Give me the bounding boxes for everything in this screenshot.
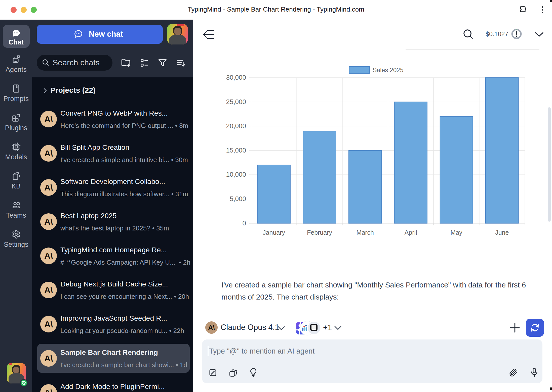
svg-text:February: February — [307, 229, 332, 236]
svg-text:April: April — [405, 229, 417, 236]
svg-text:Sales 2025: Sales 2025 — [373, 67, 404, 73]
svg-text:January: January — [263, 229, 285, 236]
svg-text:30,000: 30,000 — [226, 74, 246, 81]
svg-text:10,000: 10,000 — [226, 171, 246, 178]
svg-text:20,000: 20,000 — [226, 122, 246, 130]
svg-text:5,000: 5,000 — [230, 195, 246, 203]
svg-text:June: June — [495, 229, 509, 236]
svg-text:March: March — [357, 229, 374, 236]
svg-text:0: 0 — [243, 219, 246, 227]
svg-text:15,000: 15,000 — [226, 146, 246, 154]
svg-text:25,000: 25,000 — [226, 98, 246, 106]
svg-text:May: May — [450, 229, 462, 236]
